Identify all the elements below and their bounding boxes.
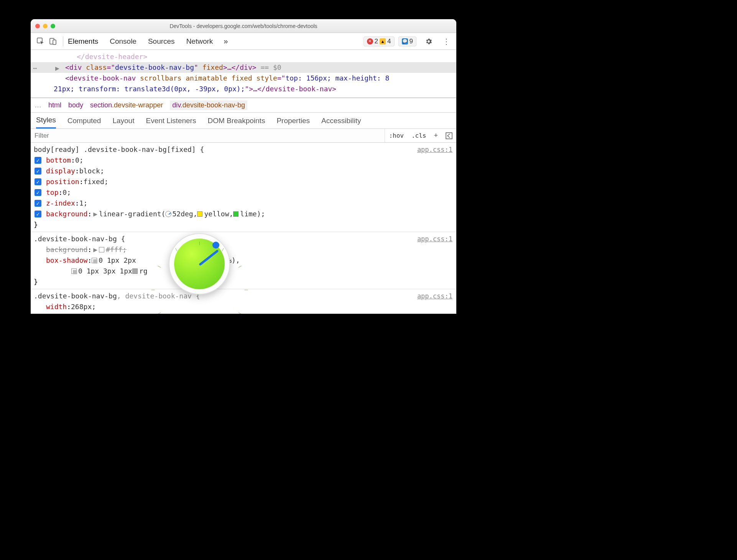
devtools-window: DevTools - developers.google.com/web/too…	[31, 19, 456, 314]
device-toggle-icon[interactable]	[48, 36, 58, 47]
issues-count: 9	[410, 38, 413, 45]
shadow-icon[interactable]	[71, 268, 77, 274]
tab-sources[interactable]: Sources	[148, 37, 175, 46]
subtab-properties[interactable]: Properties	[276, 114, 310, 128]
expand-icon[interactable]: ▶	[92, 209, 99, 219]
settings-icon[interactable]	[423, 38, 434, 45]
subtab-computed[interactable]: Computed	[67, 114, 101, 128]
styles-pane: body[ready] .devsite-book-nav-bg[fixed] …	[31, 143, 456, 314]
css-rule[interactable]: body[ready] .devsite-book-nav-bg[fixed] …	[31, 143, 456, 232]
errors-count: 2	[375, 38, 378, 45]
checkbox-icon[interactable]: ✓	[35, 178, 41, 185]
window-title: DevTools - developers.google.com/web/too…	[31, 23, 456, 29]
rule-source-link[interactable]: app.css:1	[417, 291, 452, 301]
tab-network[interactable]: Network	[186, 37, 213, 46]
angle-clock-popover[interactable]	[169, 233, 230, 295]
clock-tick	[222, 248, 224, 251]
checkbox-icon[interactable]: ✓	[35, 157, 41, 164]
decl[interactable]: ✓background:▶linear-gradient(52deg, yell…	[44, 209, 453, 219]
minimize-icon[interactable]	[43, 24, 48, 28]
decl[interactable]: ✓position: fixed;	[44, 176, 453, 187]
checkbox-icon[interactable]: ✓	[35, 189, 41, 196]
color-swatch-icon[interactable]	[99, 247, 104, 252]
crumb-body[interactable]: body	[68, 101, 83, 109]
separator	[63, 36, 63, 46]
css-rule[interactable]: .devsite-book-nav-bg { app.css:1 backgro…	[31, 232, 456, 289]
css-rule[interactable]: .devsite-book-nav-bg, devsite-book-nav {…	[31, 289, 456, 314]
dom-row[interactable]: <devsite-book-nav scrollbars animatable …	[31, 73, 456, 84]
declarations: background:▶#fff; box-shadow: 0 1px 2px …	[34, 244, 453, 277]
shadow-icon[interactable]	[92, 258, 97, 263]
rule-source-link[interactable]: app.css:1	[417, 144, 452, 155]
inspect-icon[interactable]	[35, 36, 46, 47]
clock-tick	[151, 290, 155, 290]
rule-selector[interactable]: .devsite-book-nav-bg {	[34, 235, 125, 243]
hov-button[interactable]: :hov	[385, 132, 408, 139]
ellipsis-icon[interactable]: ⋯	[33, 63, 37, 74]
tab-elements[interactable]: Elements	[68, 37, 98, 46]
crumb-section[interactable]: section.devsite-wrapper	[90, 101, 163, 109]
main-toolbar: Elements Console Sources Network » ✕ 2 ▲…	[31, 33, 456, 50]
subtab-styles[interactable]: Styles	[36, 113, 56, 128]
decl[interactable]: background:▶#fff;	[44, 244, 453, 255]
panel-tabs: Elements Console Sources Network	[68, 37, 213, 46]
clock-tick	[245, 290, 248, 290]
angle-icon[interactable]	[165, 211, 171, 217]
decl[interactable]: ✓z-index: 1;	[44, 198, 453, 209]
rule-source-link[interactable]: app.css:1	[417, 234, 452, 244]
color-swatch-icon[interactable]	[197, 211, 202, 217]
color-swatch-icon[interactable]	[233, 211, 239, 217]
warning-icon: ▲	[380, 38, 386, 44]
new-rule-icon[interactable]: +	[430, 132, 442, 140]
dom-row-selected[interactable]: ⋯ ▶ <div class="devsite-book-nav-bg" fix…	[31, 62, 456, 73]
subtab-layout[interactable]: Layout	[112, 114, 134, 128]
decl-continuation[interactable]: 0 1px 3px 1px rgxxxxxxxxx7 / 15%);	[44, 266, 453, 277]
checkbox-icon[interactable]: ✓	[35, 211, 41, 217]
breadcrumb: … html body section.devsite-wrapper div.…	[31, 98, 456, 113]
dom-row[interactable]: 21px; transform: translate3d(0px, -39px,…	[31, 84, 456, 94]
rule-close: }	[34, 278, 38, 286]
checkbox-icon[interactable]: ✓	[35, 200, 41, 207]
decl[interactable]: width: 268px;	[44, 301, 453, 312]
declarations: width: 268px;	[34, 301, 453, 312]
clock-tick	[199, 242, 200, 245]
rule-close: }	[34, 221, 38, 229]
styles-subtabs: Styles Computed Layout Event Listeners D…	[31, 113, 456, 129]
filter-input[interactable]	[31, 129, 385, 142]
crumb-div[interactable]: div.devsite-book-nav-bg	[170, 100, 247, 110]
crumbs-overflow-icon[interactable]: …	[35, 101, 41, 109]
crumb-html[interactable]: html	[48, 101, 61, 109]
rule-selector[interactable]: body[ready] .devsite-book-nav-bg[fixed] …	[34, 145, 204, 153]
subtab-dom-breakpoints[interactable]: DOM Breakpoints	[207, 114, 265, 128]
subtab-accessibility[interactable]: Accessibility	[321, 114, 361, 128]
cls-button[interactable]: .cls	[408, 132, 430, 139]
clock-handle-icon[interactable]	[212, 242, 219, 249]
decl[interactable]: ✓top: 0;	[44, 187, 453, 198]
expand-icon[interactable]: ▶	[92, 244, 99, 255]
zoom-icon[interactable]	[51, 24, 55, 28]
color-swatch-icon[interactable]	[132, 268, 138, 274]
expand-icon[interactable]: ▶	[55, 63, 59, 74]
clock-hand[interactable]	[199, 249, 219, 266]
error-icon: ✕	[367, 38, 373, 44]
close-icon[interactable]	[35, 24, 40, 28]
titlebar: DevTools - developers.google.com/web/too…	[31, 19, 456, 33]
dom-row[interactable]: </devsite-header>	[31, 51, 456, 62]
issues-icon: 💬	[402, 38, 408, 44]
errors-badge[interactable]: ✕ 2 ▲ 4	[364, 36, 395, 46]
decl[interactable]: ✓display: block;	[44, 166, 453, 176]
issues-badge[interactable]: 💬 9	[398, 36, 416, 46]
subtab-event-listeners[interactable]: Event Listeners	[146, 114, 196, 128]
rule-selector[interactable]: .devsite-book-nav-bg, devsite-book-nav {	[34, 292, 200, 300]
svg-rect-3	[446, 133, 452, 139]
dom-tree[interactable]: </devsite-header> ⋯ ▶ <div class="devsit…	[31, 50, 456, 98]
decl[interactable]: box-shadow: 0 1px 2px xxxxxxxxxxxx54 67 …	[44, 255, 453, 266]
tab-console[interactable]: Console	[110, 37, 137, 46]
window-controls	[35, 24, 55, 28]
tabs-overflow-icon[interactable]: »	[224, 37, 228, 46]
more-icon[interactable]: ⋮	[441, 37, 452, 46]
checkbox-icon[interactable]: ✓	[35, 168, 41, 175]
decl[interactable]: ✓bottom: 0;	[44, 155, 453, 166]
filter-bar: :hov .cls +	[31, 129, 456, 143]
computed-toggle-icon[interactable]	[442, 132, 456, 139]
